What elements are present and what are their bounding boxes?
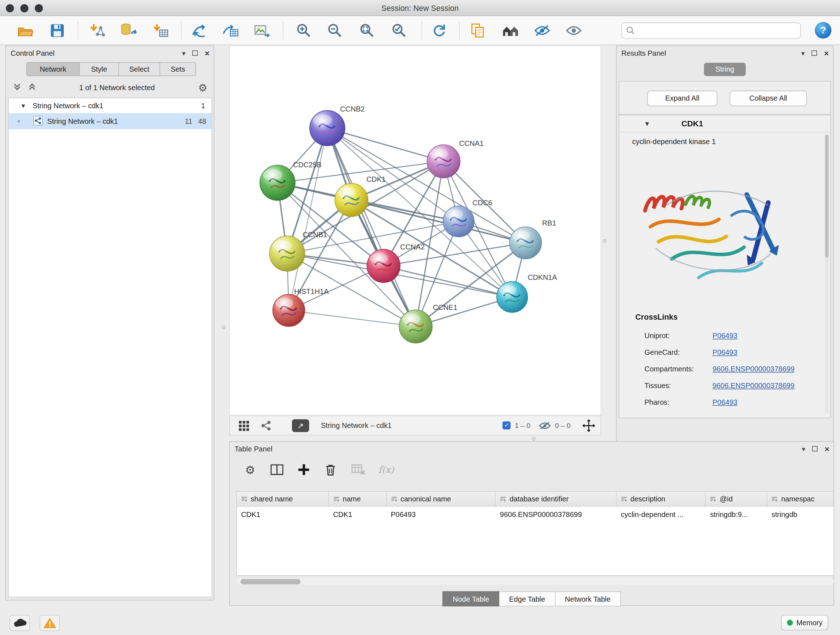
table-options-button[interactable]: ⚙ xyxy=(240,460,261,479)
selected-items-checkbox[interactable]: ✓ xyxy=(502,421,510,429)
expand-all-button[interactable]: Expand All xyxy=(647,90,717,106)
new-network-table-button[interactable] xyxy=(219,21,241,40)
current-network-bullet-icon: ● xyxy=(17,119,20,124)
add-column-button[interactable] xyxy=(293,460,314,479)
panel-menu-icon[interactable]: ▾ xyxy=(801,50,805,57)
panel-menu-icon[interactable]: ▾ xyxy=(802,445,805,452)
zoom-out-button[interactable] xyxy=(324,21,346,40)
delete-column-button[interactable] xyxy=(320,460,341,479)
detach-view-button[interactable]: ↗ xyxy=(292,419,309,432)
crosslink-value-link[interactable]: P06493 xyxy=(713,348,737,356)
node-CCNA2[interactable] xyxy=(367,249,400,283)
birdseye-view-button[interactable] xyxy=(259,418,273,432)
export-image-button[interactable] xyxy=(251,21,273,40)
network-options-gear-icon[interactable]: ⚙ xyxy=(198,82,207,92)
column-header-shared-name[interactable]: shared name xyxy=(237,492,329,506)
column-sort-icon xyxy=(241,496,248,502)
crosslink-value-link[interactable]: 9606.ENSP00000378699 xyxy=(713,365,795,373)
cloud-button[interactable] xyxy=(10,615,30,631)
node-CDC6[interactable] xyxy=(443,206,474,237)
panel-close-icon[interactable]: × xyxy=(824,49,829,57)
results-scrollbar[interactable] xyxy=(825,135,829,413)
function-builder-button[interactable]: f(x) xyxy=(376,460,397,479)
node-CDKN1A[interactable] xyxy=(497,281,528,312)
tab-select[interactable]: Select xyxy=(119,62,160,76)
network-row-selected[interactable]: ● String Network – cdk1 11 48 xyxy=(9,113,212,129)
copy-document-button[interactable] xyxy=(467,21,488,40)
expand-all-networks-icon[interactable] xyxy=(28,83,36,92)
panel-menu-icon[interactable]: ▾ xyxy=(182,50,186,57)
network-collection-row[interactable]: ▼ String Network – cdk1 1 xyxy=(9,98,212,113)
crosslink-value-link[interactable]: P06493 xyxy=(713,398,737,406)
node-RB1[interactable] xyxy=(509,226,542,259)
delete-table-button[interactable] xyxy=(347,460,369,479)
column-header--id[interactable]: @id xyxy=(706,492,767,506)
table-row[interactable]: CDK1CDK1P064939606.ENSP00000378699cyclin… xyxy=(237,507,834,521)
show-columns-button[interactable] xyxy=(266,460,287,479)
import-network-database-button[interactable] xyxy=(118,21,139,40)
save-session-button[interactable] xyxy=(47,21,68,40)
crosslink-value-link[interactable]: 9606.ENSP00000378699 xyxy=(713,382,795,390)
panel-close-icon[interactable]: × xyxy=(824,445,829,453)
panel-float-icon[interactable] xyxy=(812,50,817,56)
node-HIST1H1A[interactable] xyxy=(273,295,305,326)
crosslink-value-link[interactable]: P06493 xyxy=(713,332,737,340)
panel-close-icon[interactable]: × xyxy=(205,49,210,57)
edge-HIST1H1A-CCNE1[interactable] xyxy=(289,310,416,326)
left-splitter-handle[interactable] xyxy=(222,325,225,329)
panel-float-icon[interactable] xyxy=(193,50,198,56)
collapse-all-networks-icon[interactable] xyxy=(13,83,21,92)
import-table-file-button[interactable] xyxy=(150,21,172,40)
grid-view-button[interactable] xyxy=(236,418,251,432)
node-CCNA1[interactable] xyxy=(427,145,460,178)
show-all-button[interactable] xyxy=(563,21,584,40)
import-network-file-button[interactable] xyxy=(87,21,108,40)
section-collapse-icon[interactable]: ▼ xyxy=(644,120,651,127)
zoom-fit-button[interactable] xyxy=(356,21,378,40)
column-header-database-identifier[interactable]: database identifier xyxy=(496,492,616,506)
cdk1-section-header[interactable]: ▼ CDK1 xyxy=(619,115,830,132)
tab-string[interactable]: String xyxy=(704,63,746,76)
tab-network-table[interactable]: Network Table xyxy=(555,591,621,606)
zoom-selected-button[interactable] xyxy=(388,21,410,40)
column-header-label: database identifier xyxy=(509,495,568,503)
tab-edge-table[interactable]: Edge Table xyxy=(499,591,555,606)
node-CCNB2[interactable] xyxy=(309,111,345,146)
node-CDK1[interactable] xyxy=(335,183,368,217)
edge-CCNA2-CDKN1A[interactable] xyxy=(384,266,512,297)
search-input[interactable] xyxy=(638,24,801,38)
tab-sets[interactable]: Sets xyxy=(160,62,196,76)
zoom-in-button[interactable] xyxy=(293,21,314,40)
edge-CCNB2-HIST1H1A[interactable] xyxy=(289,128,327,310)
help-button[interactable]: ? xyxy=(815,22,831,39)
refresh-button[interactable] xyxy=(429,21,450,40)
column-header-namespac[interactable]: namespac xyxy=(767,492,834,506)
collapse-all-button[interactable]: Collapse All xyxy=(729,90,807,106)
node-CCNE1[interactable] xyxy=(399,310,432,343)
table-horizontal-scrollbar[interactable] xyxy=(236,578,834,585)
column-header-name[interactable]: name xyxy=(329,492,387,506)
column-header-description[interactable]: description xyxy=(616,492,706,506)
home-button[interactable] xyxy=(500,21,521,40)
hide-selected-button[interactable] xyxy=(531,21,553,40)
column-header-canonical-name[interactable]: canonical name xyxy=(386,492,496,506)
scrollbar-thumb[interactable] xyxy=(240,579,301,584)
network-view-canvas[interactable]: CCNB2CCNA1CDC25BCDK1CDC6RB1CCNB1CCNA2CDK… xyxy=(229,46,601,416)
memory-button[interactable]: Memory xyxy=(781,615,828,631)
edge-CCNB2-CCNA1[interactable] xyxy=(327,128,444,162)
network-graph[interactable]: CCNB2CCNA1CDC25BCDK1CDC6RB1CCNB1CCNA2CDK… xyxy=(230,46,600,415)
bottom-splitter-handle[interactable] xyxy=(532,437,535,440)
node-CCNB1[interactable] xyxy=(270,236,305,272)
new-network-from-selection-button[interactable] xyxy=(188,21,210,40)
warnings-button[interactable] xyxy=(40,615,60,631)
edge-CCNB2-CCNE1[interactable] xyxy=(327,128,416,326)
tab-network[interactable]: Network xyxy=(27,62,80,76)
node-CDC25B[interactable] xyxy=(260,165,295,201)
right-splitter-handle[interactable] xyxy=(603,239,606,242)
collection-collapse-icon[interactable]: ▼ xyxy=(20,103,26,109)
pan-crosshair-icon[interactable] xyxy=(583,419,595,432)
tab-node-table[interactable]: Node Table xyxy=(442,591,499,606)
tab-style[interactable]: Style xyxy=(80,62,119,76)
open-session-button[interactable] xyxy=(14,21,36,40)
panel-float-icon[interactable] xyxy=(812,446,818,451)
